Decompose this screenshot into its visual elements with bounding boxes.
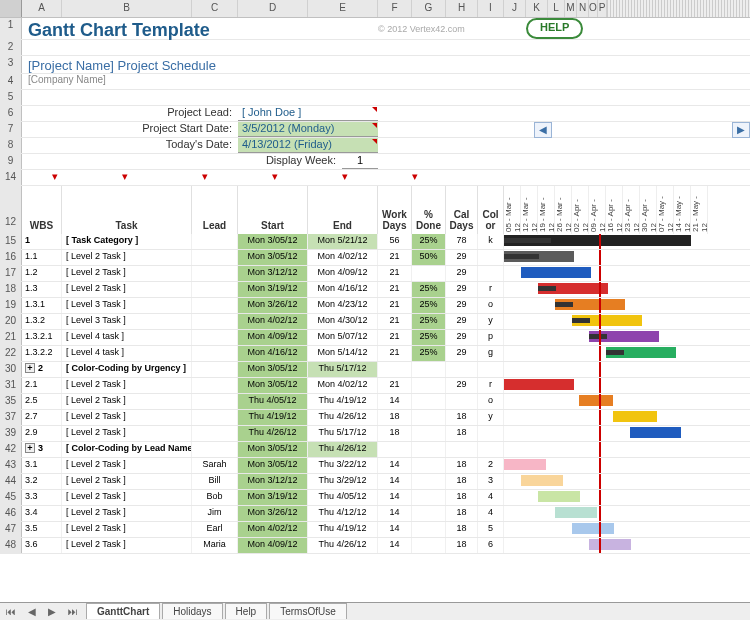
tab-nav-first[interactable]: ⏮ xyxy=(0,606,22,617)
wbs-cell[interactable]: 3.6 xyxy=(22,538,62,553)
pct-cell[interactable]: 25% xyxy=(412,346,446,361)
row-12[interactable]: 12 xyxy=(0,186,22,234)
caldays-cell[interactable]: 29 xyxy=(446,346,478,361)
color-cell[interactable]: o xyxy=(478,394,504,409)
col-C[interactable]: C xyxy=(192,0,238,17)
wbs-cell[interactable]: 3.2 xyxy=(22,474,62,489)
start-cell[interactable]: Mon 3/26/12 xyxy=(238,298,308,313)
row-47[interactable]: 47 xyxy=(0,522,22,537)
end-cell[interactable]: Thu 4/19/12 xyxy=(308,522,378,537)
col-D[interactable]: D xyxy=(238,0,308,17)
workdays-cell[interactable]: 14 xyxy=(378,458,412,473)
task-cell[interactable]: [ Level 2 Task ] xyxy=(62,522,192,537)
table-row[interactable]: 433.1[ Level 2 Task ]SarahMon 3/05/12Thu… xyxy=(0,458,750,474)
workdays-cell[interactable] xyxy=(378,362,412,377)
caldays-cell[interactable]: 18 xyxy=(446,426,478,441)
start-cell[interactable]: Mon 3/26/12 xyxy=(238,506,308,521)
workdays-cell[interactable]: 21 xyxy=(378,250,412,265)
start-cell[interactable]: Mon 4/02/12 xyxy=(238,314,308,329)
task-cell[interactable]: [ Level 4 task ] xyxy=(62,346,192,361)
row-17[interactable]: 17 xyxy=(0,266,22,281)
table-row[interactable]: 463.4[ Level 2 Task ]JimMon 3/26/12Thu 4… xyxy=(0,506,750,522)
row-14[interactable]: 14 xyxy=(0,170,22,185)
col-K[interactable]: K xyxy=(526,0,548,17)
col-G[interactable]: G xyxy=(412,0,446,17)
sheet-tab-ganttchart[interactable]: GanttChart xyxy=(86,603,160,619)
row-7[interactable]: 7 xyxy=(0,122,22,137)
wbs-cell[interactable]: 1.3.2.2 xyxy=(22,346,62,361)
pct-cell[interactable] xyxy=(412,362,446,377)
pct-cell[interactable] xyxy=(412,394,446,409)
gantt-bar[interactable] xyxy=(589,539,631,550)
table-row[interactable]: 171.2[ Level 2 Task ]Mon 3/12/12Mon 4/09… xyxy=(0,266,750,282)
pct-cell[interactable]: 25% xyxy=(412,282,446,297)
gantt-bar[interactable] xyxy=(504,379,574,390)
col-P[interactable]: P xyxy=(598,0,607,17)
wbs-cell[interactable]: 1.3.2 xyxy=(22,314,62,329)
wbs-cell[interactable]: 2.1 xyxy=(22,378,62,393)
caldays-cell[interactable]: 18 xyxy=(446,410,478,425)
caldays-cell[interactable] xyxy=(446,362,478,377)
table-row[interactable]: 453.3[ Level 2 Task ]BobMon 3/19/12Thu 4… xyxy=(0,490,750,506)
workdays-cell[interactable]: 14 xyxy=(378,522,412,537)
row-19[interactable]: 19 xyxy=(0,298,22,313)
start-cell[interactable]: Mon 3/05/12 xyxy=(238,234,308,249)
start-cell[interactable]: Mon 3/19/12 xyxy=(238,490,308,505)
end-cell[interactable]: Thu 4/05/12 xyxy=(308,490,378,505)
end-cell[interactable]: Mon 4/09/12 xyxy=(308,266,378,281)
gantt-bar[interactable] xyxy=(630,427,681,438)
select-all-cell[interactable] xyxy=(0,0,22,17)
end-cell[interactable]: Mon 4/23/12 xyxy=(308,298,378,313)
wbs-cell[interactable]: 3.4 xyxy=(22,506,62,521)
pct-cell[interactable] xyxy=(412,506,446,521)
task-cell[interactable]: [ Level 3 Task ] xyxy=(62,298,192,313)
company-name[interactable]: [Company Name] xyxy=(22,74,112,89)
wbs-cell[interactable]: 3.3 xyxy=(22,490,62,505)
workdays-cell[interactable]: 21 xyxy=(378,346,412,361)
color-cell[interactable]: o xyxy=(478,298,504,313)
caldays-cell[interactable]: 29 xyxy=(446,298,478,313)
help-button[interactable]: HELP xyxy=(526,18,583,39)
table-row[interactable]: 30+2[ Color-Coding by Urgency ]Mon 3/05/… xyxy=(0,362,750,378)
start-cell[interactable]: Thu 4/26/12 xyxy=(238,426,308,441)
gantt-bar[interactable] xyxy=(572,523,614,534)
lead-cell[interactable]: Sarah xyxy=(192,458,238,473)
start-cell[interactable]: Mon 3/05/12 xyxy=(238,378,308,393)
lead-cell[interactable] xyxy=(192,410,238,425)
lead-cell[interactable] xyxy=(192,330,238,345)
task-cell[interactable]: [ Level 4 task ] xyxy=(62,330,192,345)
lead-cell[interactable] xyxy=(192,362,238,377)
start-cell[interactable]: Mon 3/05/12 xyxy=(238,442,308,457)
lead-cell[interactable] xyxy=(192,234,238,249)
caldays-cell[interactable]: 29 xyxy=(446,378,478,393)
col-E[interactable]: E xyxy=(308,0,378,17)
col-H[interactable]: H xyxy=(446,0,478,17)
workdays-cell[interactable]: 21 xyxy=(378,330,412,345)
workdays-cell[interactable]: 21 xyxy=(378,378,412,393)
caldays-cell[interactable]: 18 xyxy=(446,490,478,505)
pct-cell[interactable]: 25% xyxy=(412,314,446,329)
task-cell[interactable]: [ Level 2 Task ] xyxy=(62,410,192,425)
start-date-value[interactable]: 3/5/2012 (Monday) xyxy=(238,122,378,137)
workdays-cell[interactable]: 18 xyxy=(378,410,412,425)
tab-nav-last[interactable]: ⏭ xyxy=(62,606,84,617)
pct-cell[interactable]: 50% xyxy=(412,250,446,265)
color-cell[interactable] xyxy=(478,426,504,441)
table-row[interactable]: 372.7[ Level 2 Task ]Thu 4/19/12Thu 4/26… xyxy=(0,410,750,426)
workdays-cell[interactable]: 14 xyxy=(378,490,412,505)
row-16[interactable]: 16 xyxy=(0,250,22,265)
col-O[interactable]: O xyxy=(589,0,598,17)
end-cell[interactable]: Mon 4/02/12 xyxy=(308,250,378,265)
lead-cell[interactable] xyxy=(192,394,238,409)
pct-cell[interactable] xyxy=(412,522,446,537)
lead-cell[interactable] xyxy=(192,346,238,361)
table-row[interactable]: 221.3.2.2[ Level 4 task ]Mon 4/16/12Mon … xyxy=(0,346,750,362)
row-20[interactable]: 20 xyxy=(0,314,22,329)
col-L[interactable]: L xyxy=(548,0,565,17)
lead-cell[interactable] xyxy=(192,442,238,457)
wbs-cell[interactable]: 1 xyxy=(22,234,62,249)
table-row[interactable]: 483.6[ Level 2 Task ]MariaMon 4/09/12Thu… xyxy=(0,538,750,554)
row-30[interactable]: 30 xyxy=(0,362,22,377)
col-B[interactable]: B xyxy=(62,0,192,17)
table-row[interactable]: 161.1[ Level 2 Task ]Mon 3/05/12Mon 4/02… xyxy=(0,250,750,266)
